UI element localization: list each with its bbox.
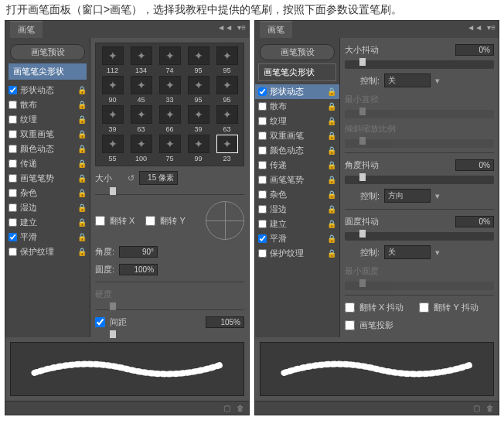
angle-jitter-slider[interactable] bbox=[345, 176, 494, 184]
sidebar-item-11[interactable]: 保护纹理🔒 bbox=[255, 246, 339, 261]
lock-icon[interactable]: 🔒 bbox=[77, 130, 87, 138]
brush-thumbnail[interactable]: ✦63 bbox=[128, 105, 155, 133]
brush-thumbnail[interactable]: ✦99 bbox=[185, 135, 212, 162]
sidebar-item-10[interactable]: 平滑🔒 bbox=[255, 231, 339, 246]
panel-tab[interactable]: 画笔 bbox=[10, 21, 43, 38]
sidebar-item-3[interactable]: 双重画笔🔒 bbox=[255, 128, 339, 143]
sidebar-checkbox[interactable] bbox=[9, 145, 17, 153]
sidebar-checkbox[interactable] bbox=[258, 87, 267, 96]
sidebar-checkbox[interactable] bbox=[9, 159, 17, 168]
brush-thumbnail[interactable]: ✦55 bbox=[99, 135, 126, 162]
lock-icon[interactable]: 🔒 bbox=[327, 190, 336, 199]
lock-icon[interactable]: 🔒 bbox=[77, 233, 87, 241]
sidebar-item-6[interactable]: 画笔笔势🔒 bbox=[5, 171, 90, 186]
roundness-jitter-value[interactable]: 0% bbox=[455, 216, 494, 227]
sidebar-item-0[interactable]: 形状动态🔒 bbox=[5, 83, 90, 97]
lock-icon[interactable]: 🔒 bbox=[327, 132, 336, 140]
collapse-icon[interactable]: ◄◄ bbox=[467, 23, 482, 32]
lock-icon[interactable]: 🔒 bbox=[327, 176, 336, 184]
lock-icon[interactable]: 🔒 bbox=[77, 115, 87, 124]
angle-control-select[interactable]: 方向 bbox=[384, 189, 431, 203]
sidebar-item-11[interactable]: 保护纹理🔒 bbox=[5, 244, 90, 259]
brush-thumbnail[interactable]: ✦45 bbox=[128, 76, 155, 104]
sidebar-item-4[interactable]: 颜色动态🔒 bbox=[255, 143, 339, 158]
sidebar-checkbox[interactable] bbox=[258, 234, 267, 243]
brush-thumbnail[interactable]: ✦39 bbox=[185, 105, 212, 133]
sidebar-checkbox[interactable] bbox=[258, 117, 267, 125]
sidebar-checkbox[interactable] bbox=[9, 174, 17, 183]
angle-jitter-value[interactable]: 0% bbox=[455, 159, 494, 171]
new-preset-icon[interactable]: ▢ bbox=[473, 404, 480, 412]
flip-y-checkbox[interactable] bbox=[145, 216, 155, 226]
spacing-value[interactable]: 105% bbox=[206, 316, 244, 328]
sidebar-item-8[interactable]: 湿边🔒 bbox=[5, 200, 90, 215]
brush-tip-shape[interactable]: 画笔笔尖形状 bbox=[9, 63, 87, 80]
angle-control[interactable] bbox=[206, 201, 244, 240]
sidebar-checkbox[interactable] bbox=[258, 176, 267, 184]
sidebar-item-8[interactable]: 湿边🔒 bbox=[255, 202, 339, 217]
brush-projection-checkbox[interactable] bbox=[345, 320, 355, 330]
brush-thumbnail[interactable]: ✦74 bbox=[156, 46, 183, 74]
brush-thumbnail[interactable]: ✦95 bbox=[185, 76, 212, 104]
sidebar-item-0[interactable]: 形状动态🔒 bbox=[255, 84, 339, 99]
lock-icon[interactable]: 🔒 bbox=[77, 86, 87, 94]
flip-y-jitter-checkbox[interactable] bbox=[419, 302, 429, 313]
panel-tab[interactable]: 画笔 bbox=[260, 21, 292, 38]
size-jitter-value[interactable]: 0% bbox=[455, 44, 494, 56]
brush-thumbnail[interactable]: ✦95 bbox=[185, 46, 212, 74]
lock-icon[interactable]: 🔒 bbox=[77, 203, 87, 212]
sidebar-item-6[interactable]: 画笔笔势🔒 bbox=[255, 173, 339, 187]
lock-icon[interactable]: 🔒 bbox=[327, 161, 336, 169]
sidebar-item-5[interactable]: 传递🔒 bbox=[5, 156, 90, 171]
sidebar-item-1[interactable]: 散布🔒 bbox=[5, 97, 90, 112]
flip-x-checkbox[interactable] bbox=[95, 216, 105, 226]
lock-icon[interactable]: 🔒 bbox=[77, 174, 87, 183]
brush-thumbnail[interactable]: ✦90 bbox=[99, 76, 126, 104]
brush-thumbnail[interactable]: ✦134 bbox=[128, 46, 155, 74]
brush-thumbnail[interactable]: ✦63 bbox=[213, 105, 240, 133]
menu-icon[interactable]: ▾≡ bbox=[237, 23, 246, 32]
size-control-select[interactable]: 关 bbox=[384, 73, 431, 87]
sidebar-checkbox[interactable] bbox=[258, 249, 267, 258]
brush-presets-button[interactable]: 画笔预设 bbox=[260, 44, 335, 60]
lock-icon[interactable]: 🔒 bbox=[327, 117, 336, 125]
sidebar-item-7[interactable]: 杂色🔒 bbox=[5, 186, 90, 200]
new-preset-icon[interactable]: ▢ bbox=[223, 404, 230, 412]
sidebar-checkbox[interactable] bbox=[9, 86, 17, 94]
size-jitter-slider[interactable] bbox=[345, 60, 494, 69]
trash-icon[interactable]: 🗑 bbox=[486, 404, 494, 412]
reset-size-icon[interactable]: ↺ bbox=[128, 173, 135, 183]
brush-thumbnail[interactable]: ✦100 bbox=[128, 135, 155, 162]
collapse-icon[interactable]: ◄◄ bbox=[217, 23, 233, 32]
brush-thumbnail[interactable]: ✦112 bbox=[99, 46, 126, 74]
sidebar-checkbox[interactable] bbox=[9, 203, 17, 212]
sidebar-checkbox[interactable] bbox=[258, 205, 267, 214]
menu-icon[interactable]: ▾≡ bbox=[487, 23, 495, 32]
brush-thumbnail[interactable]: ✦66 bbox=[156, 105, 183, 133]
brush-thumbnail[interactable]: ✦39 bbox=[99, 105, 126, 133]
sidebar-item-4[interactable]: 颜色动态🔒 bbox=[5, 142, 90, 156]
lock-icon[interactable]: 🔒 bbox=[327, 102, 336, 111]
sidebar-item-9[interactable]: 建立🔒 bbox=[255, 217, 339, 231]
brush-thumbnail[interactable]: ✦23 bbox=[213, 135, 240, 162]
brush-thumbnail[interactable]: ✦95 bbox=[213, 76, 240, 104]
sidebar-checkbox[interactable] bbox=[9, 218, 17, 227]
lock-icon[interactable]: 🔒 bbox=[327, 205, 336, 214]
sidebar-checkbox[interactable] bbox=[258, 161, 267, 169]
sidebar-item-5[interactable]: 传递🔒 bbox=[255, 158, 339, 173]
sidebar-checkbox[interactable] bbox=[258, 146, 267, 155]
sidebar-checkbox[interactable] bbox=[258, 102, 267, 111]
sidebar-checkbox[interactable] bbox=[9, 101, 17, 109]
lock-icon[interactable]: 🔒 bbox=[327, 249, 336, 258]
sidebar-item-2[interactable]: 纹理🔒 bbox=[5, 112, 90, 127]
sidebar-item-10[interactable]: 平滑🔒 bbox=[5, 230, 90, 244]
brush-thumbnail[interactable]: ✦33 bbox=[156, 76, 183, 104]
spacing-checkbox[interactable] bbox=[95, 317, 105, 327]
brush-tip-shape[interactable]: 画笔笔尖形状 bbox=[258, 63, 336, 81]
brush-thumbnail[interactable]: ✦75 bbox=[156, 135, 183, 162]
lock-icon[interactable]: 🔒 bbox=[327, 146, 336, 155]
roundness-value[interactable]: 100% bbox=[119, 264, 158, 275]
sidebar-checkbox[interactable] bbox=[9, 130, 17, 138]
lock-icon[interactable]: 🔒 bbox=[77, 189, 87, 197]
lock-icon[interactable]: 🔒 bbox=[77, 145, 87, 153]
